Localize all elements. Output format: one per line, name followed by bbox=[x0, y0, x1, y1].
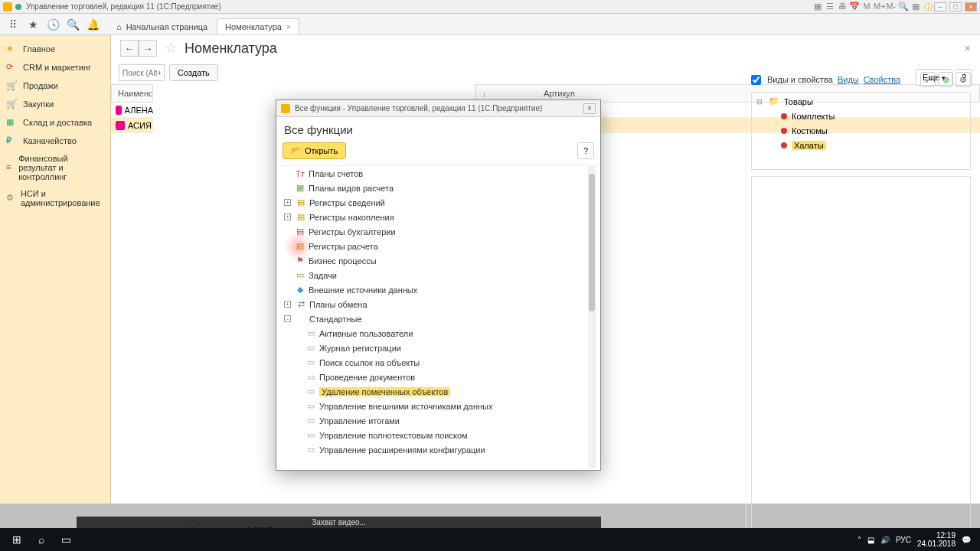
sidebar-item[interactable]: Казначейство bbox=[0, 132, 110, 150]
sidebar-item[interactable]: Склад и доставка bbox=[0, 113, 110, 132]
expand-icon[interactable]: - bbox=[284, 315, 291, 322]
tree-row[interactable]: ▭Управление итогами bbox=[281, 413, 596, 428]
tree-row[interactable]: ▭Журнал регистрации bbox=[281, 341, 596, 355]
sidebar-item[interactable]: Финансовый результат и контроллинг bbox=[0, 150, 110, 185]
tree-label: Удаление помеченных объектов bbox=[319, 387, 450, 396]
tree-label: Поиск ссылок на объекты bbox=[319, 358, 420, 367]
nav-back-button[interactable]: ← bbox=[120, 40, 139, 57]
sidebar-item[interactable]: CRM и маркетинг bbox=[0, 58, 110, 77]
grid-col-sort[interactable] bbox=[476, 89, 537, 98]
sidebar-item[interactable]: Закупки bbox=[0, 95, 110, 113]
tree-row[interactable]: Костюмы bbox=[753, 123, 969, 138]
sidebar-item[interactable]: НСИ и администрирование bbox=[0, 185, 110, 211]
expand-icon[interactable]: + bbox=[284, 199, 291, 206]
tree-row[interactable]: +▤Регистры накопления bbox=[281, 210, 596, 224]
favorite-icon[interactable]: ★ bbox=[24, 16, 41, 33]
tool-icon[interactable]: ▦ bbox=[910, 2, 921, 12]
tray-icon[interactable]: ⬓ bbox=[867, 536, 874, 544]
tool-icon[interactable]: 🖶 bbox=[837, 2, 848, 12]
lang-indicator[interactable]: РУС bbox=[896, 536, 911, 544]
tree-row[interactable]: ◆Внешние источники данных bbox=[281, 282, 596, 297]
tool-icon[interactable]: 📅 bbox=[849, 2, 860, 12]
tree-row[interactable]: ▭Управление внешними источниками данных bbox=[281, 399, 596, 413]
tool-icon[interactable]: M- bbox=[886, 2, 897, 12]
tree-icon: Тт bbox=[295, 169, 305, 178]
search-button[interactable]: ⌕ bbox=[29, 529, 54, 550]
start-button[interactable]: ⊞ bbox=[5, 529, 29, 550]
close-page-icon[interactable]: × bbox=[965, 42, 971, 54]
scrollbar[interactable] bbox=[588, 166, 596, 468]
maximize-button[interactable]: □ bbox=[949, 2, 962, 11]
help-button[interactable]: ? bbox=[577, 142, 594, 159]
tree-row[interactable]: +▤Регистры сведений bbox=[281, 195, 596, 210]
windows-taskbar: ⊞ ⌕ ▭ ˄ ⬓ 🔊 РУС 12:19 24.01.2018 💬 bbox=[0, 528, 980, 551]
tree-row[interactable]: ▤Регистры бухгалтерии bbox=[281, 224, 596, 239]
taskview-button[interactable]: ▭ bbox=[54, 529, 78, 550]
tree-row[interactable]: ▭Активные пользователи bbox=[281, 326, 596, 341]
expand-icon[interactable]: + bbox=[284, 214, 291, 220]
tool-icon[interactable]: M+ bbox=[874, 2, 884, 12]
tree-label: Планы обмена bbox=[309, 300, 368, 309]
tree-row[interactable]: ▭Проведение документов bbox=[281, 370, 596, 384]
nav-forward-button[interactable]: → bbox=[139, 40, 157, 57]
props-link[interactable]: Свойства bbox=[864, 75, 900, 84]
rp-icon[interactable]: ⊕ bbox=[938, 72, 953, 87]
tree-row[interactable]: ▭Удаление помеченных объектов bbox=[281, 384, 596, 399]
tree-row[interactable]: ▭Управление полнотекстовым поиском bbox=[281, 428, 596, 442]
table-row[interactable]: АЛЕНА bbox=[111, 103, 153, 118]
close-button[interactable]: × bbox=[965, 2, 977, 11]
open-button[interactable]: Открыть bbox=[283, 142, 346, 159]
tool-icon[interactable]: M bbox=[861, 2, 872, 12]
dialog-titlebar[interactable]: Все функции - Управление торговлей, реда… bbox=[276, 100, 600, 117]
tree-row[interactable]: ⚑Бизнес процессы bbox=[281, 253, 596, 268]
clock[interactable]: 12:19 24.01.2018 bbox=[917, 531, 956, 548]
tab-nomenclature[interactable]: Номенклатура × bbox=[217, 18, 299, 34]
tree-row[interactable]: ▭Задачи bbox=[281, 268, 596, 282]
rp-icon[interactable]: ⤢ bbox=[920, 72, 936, 87]
tree-row[interactable]: ▦Планы видов расчета bbox=[281, 181, 596, 195]
gear-icon[interactable]: ⚙ bbox=[956, 72, 971, 87]
tree-row[interactable]: Халаты bbox=[753, 138, 969, 152]
kinds-link[interactable]: Виды bbox=[838, 75, 859, 84]
tab-home[interactable]: ⌂ Начальная страница bbox=[109, 19, 215, 34]
scrollbar-thumb[interactable] bbox=[589, 174, 595, 311]
apps-icon[interactable]: ⠿ bbox=[5, 16, 21, 33]
bell-icon[interactable]: 🔔 bbox=[84, 16, 101, 33]
search-icon[interactable]: 🔍 bbox=[64, 16, 81, 33]
tree-row[interactable]: -Стандартные bbox=[281, 311, 596, 326]
tool-icon[interactable]: ☰ bbox=[825, 2, 835, 12]
dot-icon bbox=[781, 113, 787, 119]
help-icon[interactable]: ⓘ bbox=[923, 2, 933, 12]
search-icon[interactable]: 🔍 bbox=[898, 2, 909, 12]
tree-row[interactable]: ▭Поиск ссылок на объекты bbox=[281, 355, 596, 370]
sidebar-item[interactable]: Главное bbox=[0, 40, 110, 58]
table-row[interactable]: АСИЯ bbox=[111, 118, 153, 133]
kinds-checkbox[interactable] bbox=[751, 75, 761, 85]
tree-icon: ▭ bbox=[305, 416, 316, 425]
tree-row[interactable]: Комплекты bbox=[753, 109, 969, 123]
expand-icon[interactable]: + bbox=[284, 301, 291, 308]
grid-col-name[interactable]: Наименование bbox=[112, 89, 152, 98]
search-input[interactable] bbox=[119, 64, 165, 81]
tree-icon: ▭ bbox=[295, 270, 305, 280]
tree-row[interactable]: +⇄Планы обмена bbox=[281, 297, 596, 311]
close-icon[interactable]: × bbox=[286, 23, 291, 31]
tree-row[interactable]: ⊟📁Товары bbox=[753, 94, 969, 109]
tree-row[interactable]: ▤Регистры расчета bbox=[281, 239, 596, 253]
close-icon[interactable]: × bbox=[583, 103, 596, 114]
right-box bbox=[751, 176, 971, 543]
tree-icon: ◆ bbox=[295, 285, 305, 295]
volume-icon[interactable]: 🔊 bbox=[880, 536, 890, 544]
history-icon[interactable]: 🕓 bbox=[44, 16, 61, 33]
minimize-button[interactable]: – bbox=[934, 2, 946, 11]
favorite-star-icon[interactable]: ☆ bbox=[165, 40, 177, 57]
tool-icon[interactable]: ▦ bbox=[812, 2, 823, 12]
tree-icon: ▭ bbox=[305, 401, 316, 411]
sidebar-item[interactable]: Продажи bbox=[0, 77, 110, 95]
create-button[interactable]: Создать bbox=[169, 64, 218, 81]
tray-icon[interactable]: ˄ bbox=[858, 536, 861, 544]
notification-icon[interactable]: 💬 bbox=[962, 536, 971, 544]
tree-row[interactable]: ТтПланы счетов bbox=[281, 166, 596, 181]
tree-row[interactable]: ▭Управление расширениями конфигурации bbox=[281, 442, 596, 457]
tree-icon: ▭ bbox=[305, 357, 316, 367]
